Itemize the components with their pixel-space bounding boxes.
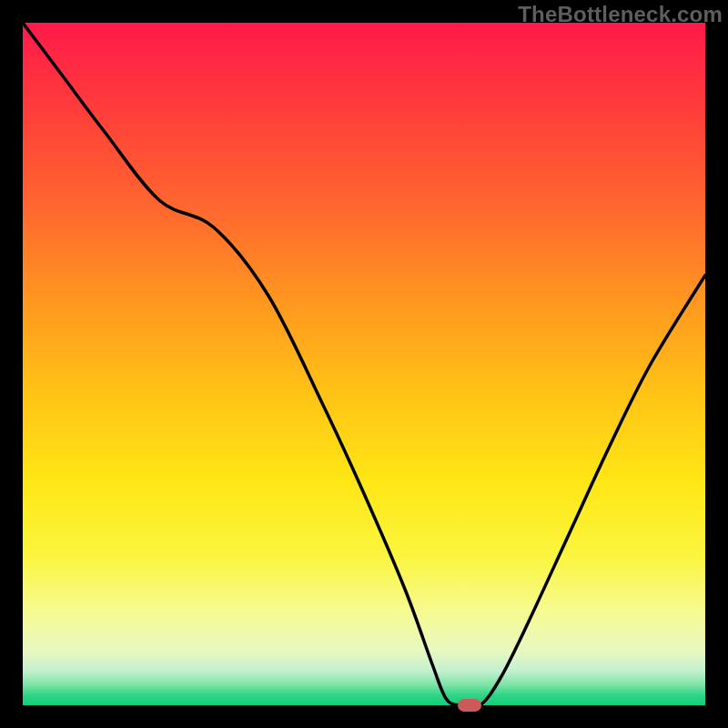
chart-frame: TheBottleneck.com	[0, 0, 728, 728]
plot-area	[23, 23, 705, 705]
curve-path	[23, 23, 705, 705]
optimal-point-marker	[458, 699, 481, 712]
bottleneck-curve	[23, 23, 705, 705]
watermark-text: TheBottleneck.com	[518, 2, 723, 27]
